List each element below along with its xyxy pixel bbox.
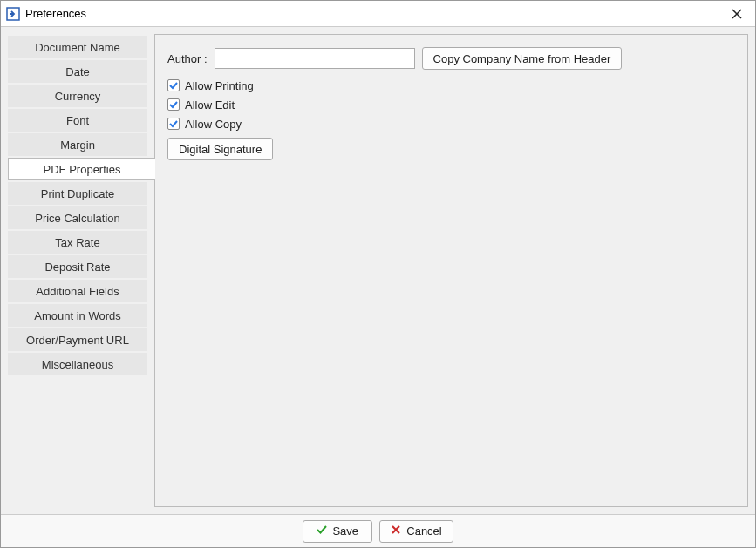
body-area: Document Name Date Currency Font Margin …: [1, 27, 755, 514]
sidebar-item-label: Margin: [60, 139, 95, 152]
sidebar-item-font[interactable]: Font: [8, 109, 147, 132]
sidebar-item-print-duplicate[interactable]: Print Duplicate: [8, 182, 147, 205]
titlebar: Preferences: [1, 1, 755, 27]
sidebar-item-price-calculation[interactable]: Price Calculation: [8, 206, 147, 229]
sidebar-item-document-name[interactable]: Document Name: [8, 36, 147, 58]
sidebar-item-label: Font: [66, 114, 89, 127]
allow-edit-checkbox[interactable]: [167, 98, 180, 111]
sidebar-item-label: Document Name: [35, 41, 120, 54]
x-icon: [391, 524, 401, 538]
allow-edit-row: Allow Edit: [167, 96, 735, 113]
sidebar-item-margin[interactable]: Margin: [8, 133, 147, 156]
sidebar-item-label: Amount in Words: [34, 309, 120, 322]
sidebar-item-label: Order/Payment URL: [26, 334, 129, 347]
sidebar-item-label: Tax Rate: [55, 236, 99, 249]
sidebar-item-order-payment-url[interactable]: Order/Payment URL: [8, 328, 147, 351]
allow-printing-row: Allow Printing: [167, 77, 735, 94]
allow-copy-checkbox[interactable]: [167, 118, 180, 130]
sidebar-item-label: Print Duplicate: [41, 187, 115, 200]
app-icon: [6, 7, 20, 21]
sidebar-item-additional-fields[interactable]: Additional Fields: [8, 280, 147, 302]
sidebar-item-label: Miscellaneous: [42, 358, 113, 371]
digital-signature-button[interactable]: Digital Signature: [167, 138, 273, 160]
allow-printing-checkbox[interactable]: [167, 79, 180, 91]
sidebar-item-label: PDF Properties: [44, 163, 121, 176]
allow-printing-label: Allow Printing: [185, 79, 254, 92]
author-label: Author :: [167, 52, 208, 65]
copy-company-button[interactable]: Copy Company Name from Header: [422, 47, 623, 70]
allow-copy-label: Allow Copy: [185, 118, 242, 131]
sidebar-item-amount-in-words[interactable]: Amount in Words: [8, 304, 147, 327]
sidebar-item-pdf-properties[interactable]: PDF Properties: [8, 158, 155, 180]
sidebar-item-label: Date: [65, 65, 89, 78]
save-label: Save: [332, 524, 358, 538]
sidebar-item-date[interactable]: Date: [8, 60, 147, 83]
sidebar-item-label: Additional Fields: [36, 285, 119, 298]
footer: Save Cancel: [1, 514, 755, 547]
digital-signature-row: Digital Signature: [167, 138, 735, 160]
window-title: Preferences: [25, 7, 724, 20]
main-row: Document Name Date Currency Font Margin …: [8, 34, 748, 507]
preferences-window: Preferences Document Name Date Currency …: [0, 0, 756, 548]
author-input[interactable]: [215, 48, 415, 69]
close-button[interactable]: [724, 1, 750, 27]
sidebar: Document Name Date Currency Font Margin …: [8, 34, 147, 507]
cancel-button[interactable]: Cancel: [379, 520, 453, 543]
check-icon: [317, 524, 327, 538]
sidebar-item-label: Currency: [55, 90, 101, 103]
allow-edit-label: Allow Edit: [185, 98, 235, 112]
sidebar-item-tax-rate[interactable]: Tax Rate: [8, 231, 147, 254]
sidebar-item-label: Deposit Rate: [44, 260, 110, 274]
sidebar-item-currency[interactable]: Currency: [8, 85, 147, 107]
allow-copy-row: Allow Copy: [167, 115, 735, 132]
author-row: Author : Copy Company Name from Header: [167, 47, 735, 70]
sidebar-item-deposit-rate[interactable]: Deposit Rate: [8, 255, 147, 278]
content-panel: Author : Copy Company Name from Header A…: [154, 34, 748, 507]
save-button[interactable]: Save: [303, 520, 372, 543]
cancel-label: Cancel: [406, 524, 441, 538]
sidebar-item-label: Price Calculation: [35, 212, 120, 225]
sidebar-item-miscellaneous[interactable]: Miscellaneous: [8, 353, 147, 375]
